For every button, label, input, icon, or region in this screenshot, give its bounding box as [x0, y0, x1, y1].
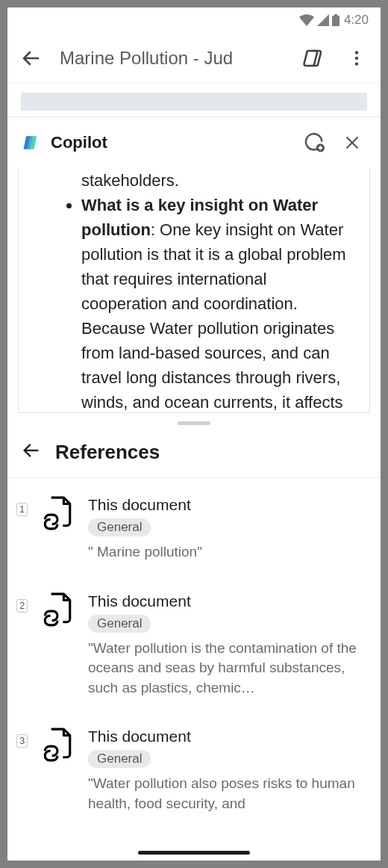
reference-tag: General [88, 615, 151, 633]
document-link-icon [42, 592, 73, 627]
reference-tag: General [88, 518, 151, 536]
status-icons [299, 14, 340, 26]
document-link-icon [42, 728, 73, 762]
more-vertical-icon [347, 49, 366, 68]
copilot-title: Copilot [51, 133, 290, 152]
bullet-text: : One key insight on Water pollution is … [81, 220, 346, 413]
clock: 4:20 [344, 13, 369, 28]
reference-excerpt: " Marine pollution" [88, 542, 367, 562]
reference-excerpt: "Water pollution is the contamination of… [88, 639, 367, 698]
reference-tag: General [88, 750, 151, 768]
references-list[interactable]: 1 This document General " Marine polluti… [7, 478, 381, 861]
drag-handle-area[interactable] [7, 413, 381, 433]
svg-rect-1 [334, 14, 337, 16]
svg-point-3 [355, 51, 358, 54]
svg-point-4 [355, 56, 358, 59]
copilot-logo-icon [21, 132, 42, 153]
copilot-toolbar-button[interactable] [298, 43, 328, 73]
chat-plus-icon [302, 131, 325, 154]
back-button[interactable] [16, 43, 46, 73]
app-bar: Marine Pollution - Jud [7, 33, 381, 84]
document-link-icon [42, 496, 73, 530]
close-icon [342, 133, 362, 152]
reference-item[interactable]: 1 This document General " Marine polluti… [16, 496, 367, 562]
references-header: References [7, 433, 381, 478]
overflow-menu-button[interactable] [342, 43, 372, 73]
svg-point-5 [355, 62, 358, 65]
arrow-left-icon [20, 47, 43, 69]
reference-title: This document [88, 592, 367, 610]
document-selection [21, 93, 367, 111]
battery-icon [332, 14, 340, 26]
wifi-icon [299, 14, 314, 26]
copilot-spark-icon [302, 47, 325, 69]
new-chat-button[interactable] [298, 128, 328, 158]
reference-number: 3 [16, 734, 28, 748]
status-bar: 4:20 [7, 7, 381, 33]
document-title: Marine Pollution - Jud [60, 48, 285, 69]
reference-number: 2 [16, 599, 28, 613]
reference-item[interactable]: 3 This document General "Water pollution… [16, 728, 367, 813]
references-heading: References [55, 441, 160, 464]
copilot-response[interactable]: stakeholders. What is a key insight on W… [18, 168, 370, 413]
close-copilot-button[interactable] [337, 128, 367, 158]
reference-title: This document [88, 496, 367, 514]
references-back-button[interactable] [21, 440, 42, 464]
svg-rect-0 [332, 16, 340, 26]
reference-number: 1 [16, 503, 28, 516]
arrow-left-icon [21, 440, 42, 461]
copilot-panel-header: Copilot [7, 117, 381, 168]
reference-excerpt: "Water pollution also poses risks to hum… [88, 774, 367, 813]
home-indicator[interactable] [138, 851, 250, 855]
response-bullet: What is a key insight on Water pollution… [81, 193, 353, 413]
cell-signal-icon [317, 14, 329, 26]
drag-handle-icon [178, 421, 210, 425]
reference-item[interactable]: 2 This document General "Water pollution… [16, 592, 367, 698]
reference-title: This document [88, 728, 367, 745]
response-fragment: stakeholders. [81, 168, 353, 193]
document-peek [7, 84, 381, 117]
